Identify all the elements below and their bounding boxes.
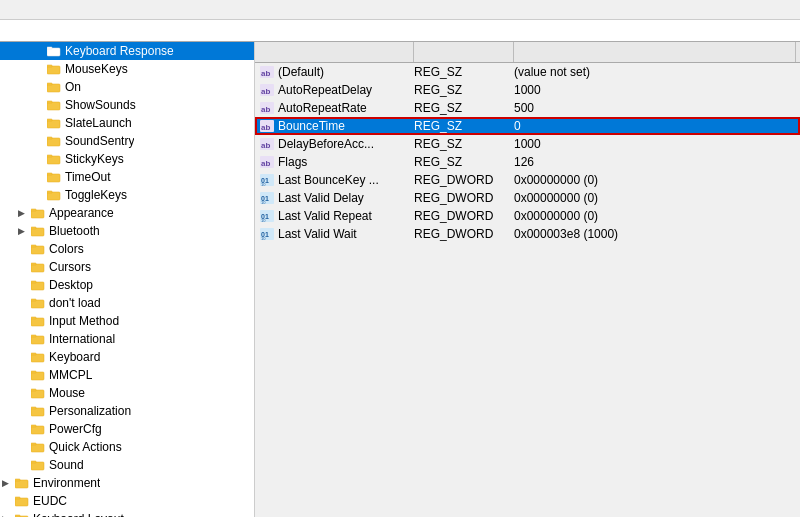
right-panel: ab (Default) REG_SZ (value not set) ab A… (255, 42, 800, 517)
folder-icon-appearance (30, 206, 46, 220)
svg-rect-31 (31, 317, 36, 319)
menu-view[interactable] (44, 9, 56, 11)
tree-item-powercfg[interactable]: PowerCfg (0, 420, 254, 438)
tree-item-mmcpl[interactable]: MMCPL (0, 366, 254, 384)
reg-icon-lastvaliddelay: 01 10 (259, 191, 275, 205)
tree-item-timeout[interactable]: TimeOut (0, 168, 254, 186)
tree-item-dontload[interactable]: don't load (0, 294, 254, 312)
svg-rect-39 (31, 389, 36, 391)
tree-item-international[interactable]: International (0, 330, 254, 348)
tree-item-eudc[interactable]: EUDC (0, 492, 254, 510)
reg-icon-delaybefore: ab (259, 137, 275, 151)
tree-item-on[interactable]: On (0, 78, 254, 96)
data-row-lastbouncekey[interactable]: 01 10 Last BounceKey ... REG_DWORD 0x000… (255, 171, 800, 189)
data-row-default[interactable]: ab (Default) REG_SZ (value not set) (255, 63, 800, 81)
svg-text:ab: ab (261, 123, 270, 132)
folder-icon-personalization (30, 404, 46, 418)
tree-item-personalization[interactable]: Personalization (0, 402, 254, 420)
data-row-autorepeatrate[interactable]: ab AutoRepeatRate REG_SZ 500 (255, 99, 800, 117)
tree-item-sound[interactable]: Sound (0, 456, 254, 474)
tree-label-mousekeys: MouseKeys (65, 62, 128, 76)
tree-item-mouse[interactable]: Mouse (0, 384, 254, 402)
tree-label-sound: Sound (49, 458, 84, 472)
tree-item-togglekeys[interactable]: ToggleKeys (0, 186, 254, 204)
tree-item-mousekeys[interactable]: MouseKeys (0, 60, 254, 78)
menu-edit[interactable] (24, 9, 36, 11)
data-row-lastvalidrepeat[interactable]: 01 10 Last Valid Repeat REG_DWORD 0x0000… (255, 207, 800, 225)
tree-panel-inner[interactable]: Keyboard Response MouseKeys On ShowSound… (0, 42, 254, 517)
tree-item-keyboardlayout[interactable]: ▶ Keyboard Layout (0, 510, 254, 517)
tree-item-showsounds[interactable]: ShowSounds (0, 96, 254, 114)
folder-icon-desktop (30, 278, 46, 292)
svg-rect-7 (47, 101, 52, 103)
folder-icon-powercfg (30, 422, 46, 436)
menu-favorites[interactable] (64, 9, 76, 11)
name-text-flags: Flags (278, 155, 307, 169)
col-header-type[interactable] (414, 42, 514, 62)
tree-item-stickykeys[interactable]: StickyKeys (0, 150, 254, 168)
name-text-lastbouncekey: Last BounceKey ... (278, 173, 379, 187)
name-text-autorepeatrate: AutoRepeatRate (278, 101, 367, 115)
data-row-lastvalidwait[interactable]: 01 10 Last Valid Wait REG_DWORD 0x000003… (255, 225, 800, 243)
cell-name-autorepeatdelay: ab AutoRepeatDelay (255, 83, 410, 97)
folder-icon-quickactions (30, 440, 46, 454)
svg-rect-35 (31, 353, 36, 355)
tree-panel[interactable]: Keyboard Response MouseKeys On ShowSound… (0, 42, 255, 517)
col-header-name[interactable] (259, 42, 414, 62)
tree-item-inputmethod[interactable]: Input Method (0, 312, 254, 330)
name-text-default: (Default) (278, 65, 324, 79)
tree-label-quickactions: Quick Actions (49, 440, 122, 454)
folder-icon-sound (30, 458, 46, 472)
svg-text:ab: ab (261, 69, 270, 78)
tree-item-colors[interactable]: Colors (0, 240, 254, 258)
tree-item-desktop[interactable]: Desktop (0, 276, 254, 294)
data-panel[interactable]: ab (Default) REG_SZ (value not set) ab A… (255, 63, 800, 517)
folder-icon-colors (30, 242, 46, 256)
svg-rect-47 (31, 461, 36, 463)
col-header-data[interactable] (514, 42, 796, 62)
svg-rect-11 (47, 137, 52, 139)
svg-rect-21 (31, 227, 36, 229)
tree-label-cursors: Cursors (49, 260, 91, 274)
menu-help[interactable] (84, 9, 96, 11)
data-row-delaybefore[interactable]: ab DelayBeforeAcc... REG_SZ 1000 (255, 135, 800, 153)
cell-data-lastbouncekey: 0x00000000 (0) (510, 173, 800, 187)
tree-item-keyboard-response[interactable]: Keyboard Response (0, 42, 254, 60)
expand-arrow-environment[interactable]: ▶ (2, 478, 14, 488)
data-row-bouncetime[interactable]: ab BounceTime REG_SZ 0 (255, 117, 800, 135)
data-row-flags[interactable]: ab Flags REG_SZ 126 (255, 153, 800, 171)
svg-rect-43 (31, 425, 36, 427)
folder-icon-dontload (30, 296, 46, 310)
tree-item-bluetooth[interactable]: ▶ Bluetooth (0, 222, 254, 240)
tree-item-quickactions[interactable]: Quick Actions (0, 438, 254, 456)
svg-rect-37 (31, 371, 36, 373)
svg-rect-27 (31, 281, 36, 283)
folder-icon-mousekeys (46, 62, 62, 76)
tree-label-togglekeys: ToggleKeys (65, 188, 127, 202)
expand-arrow-bluetooth[interactable]: ▶ (18, 226, 30, 236)
menu-file[interactable] (4, 9, 16, 11)
tree-item-keyboard[interactable]: Keyboard (0, 348, 254, 366)
reg-icon-lastbouncekey: 01 10 (259, 173, 275, 187)
cell-type-delaybefore: REG_SZ (410, 137, 510, 151)
tree-item-appearance[interactable]: ▶ Appearance (0, 204, 254, 222)
cell-type-lastbouncekey: REG_DWORD (410, 173, 510, 187)
tree-item-soundsentry[interactable]: SoundSentry (0, 132, 254, 150)
cell-type-autorepeatrate: REG_SZ (410, 101, 510, 115)
data-row-lastvaliddelay[interactable]: 01 10 Last Valid Delay REG_DWORD 0x00000… (255, 189, 800, 207)
cell-type-lastvalidwait: REG_DWORD (410, 227, 510, 241)
name-text-lastvalidwait: Last Valid Wait (278, 227, 357, 241)
tree-item-cursors[interactable]: Cursors (0, 258, 254, 276)
address-bar[interactable] (0, 20, 800, 42)
svg-rect-9 (47, 119, 52, 121)
tree-item-slatelaunch[interactable]: SlateLaunch (0, 114, 254, 132)
cell-name-lastvalidwait: 01 10 Last Valid Wait (255, 227, 410, 241)
folder-icon-showsounds (46, 98, 62, 112)
name-text-bouncetime: BounceTime (278, 119, 345, 133)
folder-icon-stickykeys (46, 152, 62, 166)
folder-icon-keyboard (30, 350, 46, 364)
data-row-autorepeatdelay[interactable]: ab AutoRepeatDelay REG_SZ 1000 (255, 81, 800, 99)
tree-item-environment[interactable]: ▶ Environment (0, 474, 254, 492)
folder-icon-bluetooth (30, 224, 46, 238)
expand-arrow-appearance[interactable]: ▶ (18, 208, 30, 218)
